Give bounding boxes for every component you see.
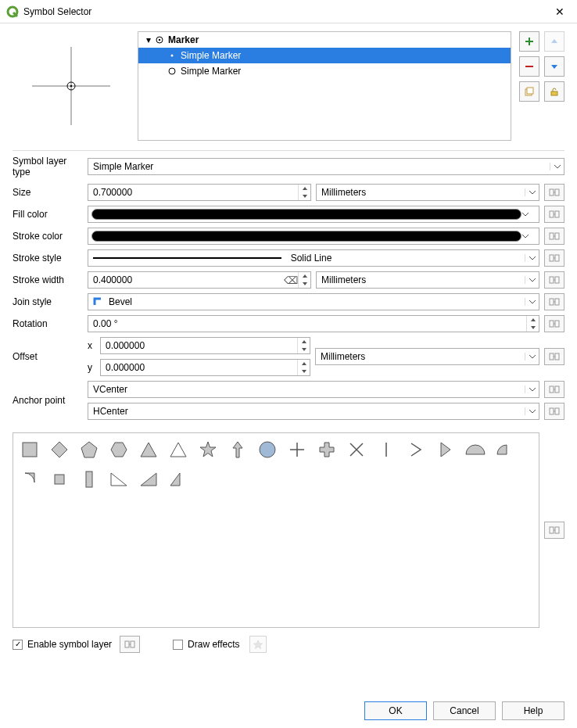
move-down-button[interactable] (544, 56, 564, 77)
shape-square[interactable] (18, 438, 41, 461)
stroke-width-spinbox[interactable]: 0.400000 ⌫ (88, 271, 311, 289)
svg-rect-20 (550, 277, 554, 283)
move-up-button[interactable] (544, 31, 564, 52)
shape-pentagon[interactable] (77, 438, 101, 461)
cancel-label: Cancel (450, 705, 478, 716)
spin-arrows[interactable] (298, 272, 310, 288)
symbol-layer-type-value: Simple Marker (88, 161, 550, 172)
data-defined-override-button[interactable] (544, 228, 564, 245)
add-layer-button[interactable] (519, 31, 539, 52)
chevron-down-icon (525, 276, 539, 284)
spin-arrows[interactable] (297, 338, 310, 353)
shape-cross[interactable] (285, 438, 309, 461)
svg-rect-31 (555, 408, 559, 414)
data-defined-override-button[interactable] (120, 636, 140, 653)
shape-tall-rect[interactable] (77, 468, 101, 491)
fill-color-button[interactable] (88, 206, 539, 223)
stroke-width-unit-combo[interactable]: Millimeters (316, 271, 539, 289)
shape-line[interactable] (375, 438, 398, 461)
data-defined-override-button[interactable] (544, 271, 564, 289)
shape-star[interactable] (196, 438, 220, 461)
shape-right-triangle-2[interactable] (137, 468, 160, 491)
shape-circle[interactable] (256, 438, 279, 461)
ok-button[interactable]: OK (364, 701, 427, 720)
tree-root-marker[interactable]: ▾ Marker (138, 32, 511, 48)
stroke-color-button[interactable] (88, 228, 539, 245)
shape-arrow-up[interactable] (226, 438, 249, 461)
stroke-style-combo[interactable]: Solid Line (88, 249, 539, 267)
shape-half-triangle[interactable] (434, 438, 457, 461)
tree-item-simple-marker-1[interactable]: Simple Marker (138, 48, 511, 63)
shape-right-triangle-1[interactable] (107, 468, 131, 491)
join-style-icon (88, 296, 104, 309)
help-button[interactable]: Help (502, 701, 564, 720)
shape-third-circle[interactable] (493, 438, 517, 461)
shape-diamond[interactable] (48, 438, 71, 461)
data-defined-override-button[interactable] (544, 403, 564, 420)
offset-unit-combo[interactable]: Millimeters (315, 348, 539, 365)
ok-label: OK (389, 705, 402, 716)
symbol-layer-type-label: Symbol layer type (13, 156, 83, 178)
data-defined-override-button[interactable] (544, 206, 564, 223)
offset-label: Offset (13, 351, 83, 362)
svg-rect-27 (555, 353, 559, 360)
svg-rect-38 (125, 641, 129, 647)
anchor-h-value: HCenter (88, 406, 525, 417)
join-style-combo[interactable]: Bevel (88, 293, 539, 310)
rotation-spinbox[interactable]: 0.00 ° (88, 315, 539, 332)
data-defined-override-button[interactable] (544, 184, 564, 201)
marker-shape-palette[interactable] (13, 432, 539, 628)
offset-y-value: 0.000000 (101, 362, 297, 373)
data-defined-override-button[interactable] (544, 315, 564, 332)
shape-arrowhead[interactable] (404, 438, 428, 461)
draw-effects-checkbox[interactable] (173, 640, 183, 650)
data-defined-override-button[interactable] (544, 348, 564, 365)
lock-layer-button[interactable] (544, 81, 564, 102)
spin-arrows[interactable] (298, 185, 310, 200)
anchor-h-combo[interactable]: HCenter (88, 403, 539, 420)
data-defined-override-button[interactable] (544, 249, 564, 267)
duplicate-layer-button[interactable] (519, 81, 539, 102)
shape-right-triangle-3[interactable] (167, 468, 190, 491)
anchor-v-combo[interactable]: VCenter (88, 381, 539, 398)
shape-cross-fill[interactable] (315, 438, 339, 461)
svg-point-7 (171, 55, 174, 57)
svg-rect-23 (555, 299, 559, 305)
rotation-label: Rotation (13, 318, 83, 329)
chevron-down-icon (550, 163, 564, 170)
stroke-style-label: Stroke style (13, 253, 83, 264)
svg-rect-34 (55, 475, 64, 484)
svg-point-4 (70, 85, 72, 87)
offset-x-spinbox[interactable]: 0.000000 (100, 337, 310, 354)
enable-symbol-layer-label: Enable symbol layer (27, 639, 112, 650)
data-defined-override-button[interactable] (544, 293, 564, 310)
tree-item-simple-marker-2[interactable]: Simple Marker (138, 63, 511, 79)
draw-effects-config-button[interactable] (249, 636, 267, 653)
close-icon[interactable]: ✕ (549, 2, 571, 21)
data-defined-override-button[interactable] (544, 381, 564, 398)
cancel-button[interactable]: Cancel (433, 701, 496, 720)
shape-x[interactable] (345, 438, 368, 461)
symbol-layer-tree[interactable]: ▾ Marker Simple Marker Simple Marker (138, 31, 511, 141)
svg-rect-18 (550, 255, 554, 261)
size-spinbox[interactable]: 0.700000 (88, 184, 311, 201)
data-defined-override-button[interactable] (544, 522, 564, 539)
symbol-layer-type-combo[interactable]: Simple Marker (88, 158, 564, 175)
shape-triangle[interactable] (137, 438, 160, 461)
spin-arrows[interactable] (297, 360, 310, 375)
shape-small-square[interactable] (48, 468, 71, 491)
shape-hexagon[interactable] (107, 438, 131, 461)
remove-layer-button[interactable] (519, 56, 539, 77)
shape-semicircle[interactable] (464, 438, 487, 461)
size-unit-combo[interactable]: Millimeters (316, 184, 539, 201)
offset-y-spinbox[interactable]: 0.000000 (100, 359, 310, 376)
spin-arrows[interactable] (526, 316, 539, 332)
shape-quarter-circle[interactable] (18, 468, 41, 491)
expand-icon[interactable]: ▾ (143, 34, 154, 45)
shape-triangle-outline[interactable] (167, 438, 190, 461)
clear-icon[interactable]: ⌫ (284, 274, 298, 286)
svg-rect-26 (550, 353, 554, 360)
tree-item-label: Simple Marker (181, 66, 241, 77)
enable-symbol-layer-checkbox[interactable] (13, 640, 23, 650)
anchor-v-value: VCenter (88, 384, 525, 395)
